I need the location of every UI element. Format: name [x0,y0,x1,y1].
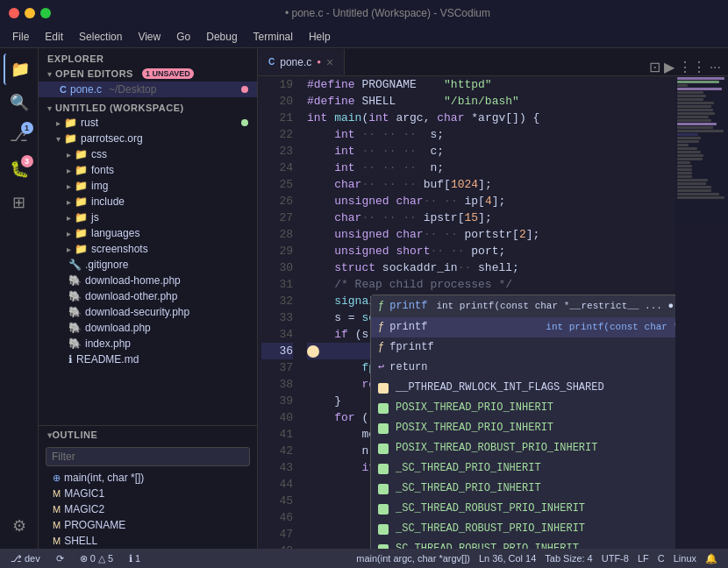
outline-item-progname[interactable]: M PROGNAME [39,517,257,533]
menu-edit[interactable]: Edit [38,29,70,45]
warning-icon: △ [98,553,105,564]
more-actions-icon[interactable]: ··· [710,60,721,75]
menu-file[interactable]: File [5,29,36,45]
folder-languages[interactable]: ▸ 📁 languages [39,225,257,241]
file-label: README.md [76,353,139,366]
open-editor-pone-c[interactable]: C pone.c ~/Desktop [39,82,257,97]
gitignore-label: .gitignore [85,259,128,271]
folder-fonts[interactable]: ▸ 📁 fonts [39,162,257,178]
activity-settings[interactable]: ⚙ [4,510,35,542]
sb-branch[interactable]: ⎇ dev [7,553,44,564]
sb-os-label: Linux [674,553,696,564]
menu-selection[interactable]: Selection [72,29,129,45]
activity-search[interactable]: 🔍 [4,87,35,118]
activity-debug[interactable]: 🐛 3 [4,153,35,185]
ac-item-posix1[interactable]: POSIX_THREAD_PRIO_INHERIT [371,398,675,418]
outline-item-shell[interactable]: M SHELL [39,533,257,549]
workspace-chevron: ▾ [47,103,52,113]
outline-header[interactable]: ▾ OUTLINE [39,426,257,444]
ac-item-label: _SC_THREAD_PRIO_INHERIT [396,460,675,477]
ac-item-posix3[interactable]: POSIX_THREAD_ROBUST_PRIO_INHERIT [371,438,675,458]
folder-screenshots-chevron: ▸ [67,245,71,254]
ac-item-sc1[interactable]: _SC_THREAD_PRIO_INHERIT [371,458,675,479]
ac-item-pthread-rw[interactable]: __PTHREAD_RWLOCK_INT_FLAGS_SHARED [371,378,675,398]
menu-help[interactable]: Help [302,29,338,45]
file-download-other[interactable]: 🐘 download-other.php [39,288,257,304]
menu-view[interactable]: View [131,29,168,45]
sb-position[interactable]: main(int argc, char *argv[]) [353,553,474,564]
folder-css[interactable]: ▸ 📁 css [39,146,257,162]
sb-ln-col-label: Ln 36, Col 14 [479,553,536,564]
outline-item-main[interactable]: ⊕ main(int, char *[]) [39,470,257,486]
php-icon: 🐘 [68,322,82,334]
rust-status-dot [241,119,248,126]
sb-info[interactable]: ℹ 1 [125,553,144,564]
outline-filter-input[interactable] [46,447,250,466]
macro-icon: M [53,488,61,499]
layout-icon[interactable]: ⋮⋮ [678,59,706,75]
folder-icon: 📁 [75,227,88,239]
file-index[interactable]: 🐘 index.php [39,336,257,351]
folder-icon: 📁 [64,132,77,145]
tab-close-button[interactable]: × [326,55,333,69]
outline-item-magic1[interactable]: M MAGIC1 [39,486,257,501]
ac-item-posix2[interactable]: POSIX_THREAD_PRIO_INHERIT [371,418,675,438]
close-button[interactable] [9,8,19,18]
file-readme[interactable]: ℹ README.md [39,351,257,367]
outline-item-magic2[interactable]: M MAGIC2 [39,501,257,517]
code-area[interactable]: #define PROGNAME "httpd" #define SHELL "… [300,76,675,549]
ac-item-fprintf[interactable]: ƒ fprintf [371,337,675,358]
file-download-home[interactable]: 🐘 download-home.php [39,273,257,288]
statusbar: ⎇ dev ⟳ ⊗ 0 △ 5 ℹ 1 main(int argc, char … [0,549,728,568]
menu-debug[interactable]: Debug [199,29,244,45]
ac-item-sc2[interactable]: _SC_THREAD_PRIO_INHERIT [371,479,675,499]
menu-terminal[interactable]: Terminal [246,29,300,45]
activity-extensions[interactable]: ⊞ [4,187,35,218]
explorer-title: EXPLORER [39,48,257,66]
workspace-header[interactable]: ▾ UNTITLED (WORKSPACE) [39,101,257,115]
sb-ln-col[interactable]: Ln 36, Col 14 [475,553,539,564]
code-line-24: int ·· ·· ·· c; [307,143,668,160]
folder-js[interactable]: ▸ 📁 js [39,209,257,225]
open-editors-header[interactable]: ▾ OPEN EDITORS 1 UNSAVED [39,66,257,82]
maximize-button[interactable] [40,8,51,18]
ac-item-sc3[interactable]: _SC_THREAD_ROBUST_PRIO_INHERIT [371,499,675,519]
ac-item-sc5[interactable]: SC_THREAD_ROBUST_PRIO_INHERIT [371,539,675,549]
file-download-security[interactable]: 🐘 download-security.php [39,304,257,320]
file-gitignore[interactable]: 🔧 .gitignore [39,257,257,273]
run-icon[interactable]: ▶ [664,59,674,75]
ac-item-return[interactable]: ↩ return [371,358,675,378]
sb-notifications[interactable]: 🔔 [702,553,721,564]
folder-img[interactable]: ▸ 📁 img [39,178,257,194]
menu-go[interactable]: Go [169,29,197,45]
sb-warning-count: 5 [108,553,113,564]
split-editor-icon[interactable]: ⊡ [649,59,660,75]
sb-os[interactable]: Linux [670,553,700,564]
folder-icon: 📁 [75,180,88,192]
sb-sync[interactable]: ⟳ [53,553,68,564]
folder-rust[interactable]: ▸ 📁 rust [39,115,257,131]
activity-source-control[interactable]: ⎇ 1 [4,120,35,152]
outline-item-label: PROGNAME [64,519,125,531]
tab-pone-c[interactable]: C pone.c ● × [258,49,345,75]
folder-screenshots[interactable]: ▸ 📁 screenshots [39,241,257,257]
sb-tab-size[interactable]: Tab Size: 4 [541,553,596,564]
ac-keyword-icon: ↩ [378,359,384,376]
folder-icon: 📁 [75,243,88,255]
sb-language[interactable]: C [654,553,668,564]
sb-encoding[interactable]: UTF-8 [598,553,632,564]
sb-line-ending[interactable]: LF [634,553,653,564]
folder-parrotsec[interactable]: ▾ 📁 parrotsec.org [39,131,257,146]
activity-explorer[interactable]: 📁 [4,53,35,85]
minimize-button[interactable] [25,8,35,18]
menubar: File Edit Selection View Go Debug Termin… [0,26,728,48]
sb-errors[interactable]: ⊗ 0 △ 5 [76,553,117,564]
ac-item-printf[interactable]: ƒ printf int printf(const char *__restri… [371,317,675,337]
ac-item-sc4[interactable]: _SC_THREAD_ROBUST_PRIO_INHERIT [371,519,675,539]
folder-css-label: css [91,148,107,160]
folder-include[interactable]: ▸ 📁 include [39,194,257,209]
file-download[interactable]: 🐘 download.php [39,320,257,336]
debug-badge: 3 [21,155,33,167]
ac-const-icon [378,403,389,414]
file-label: download.php [85,322,151,334]
